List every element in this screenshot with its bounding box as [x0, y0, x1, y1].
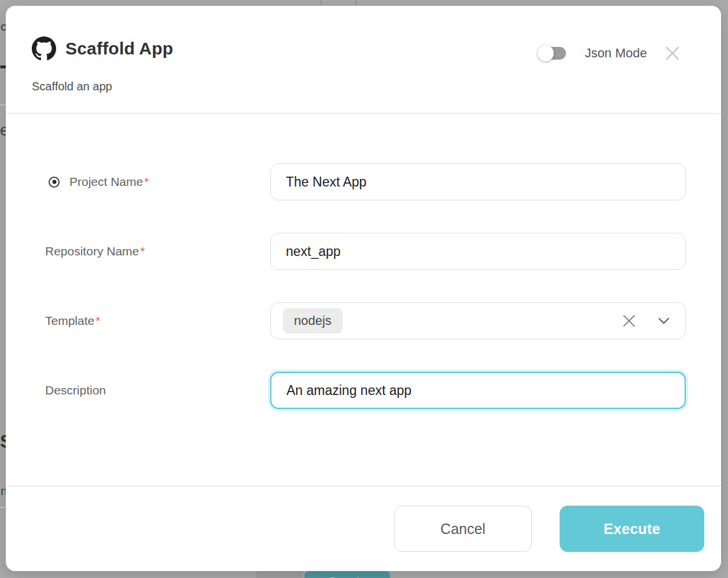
- dialog-subtitle: Scaffold an app: [32, 80, 696, 93]
- json-mode-label: Json Mode: [584, 46, 647, 61]
- required-asterisk: *: [95, 314, 100, 328]
- form-row-repository-name: Repository Name *: [45, 233, 686, 270]
- github-icon: [32, 36, 56, 61]
- json-mode-toggle[interactable]: [539, 47, 566, 60]
- repository-name-input[interactable]: [270, 233, 686, 270]
- description-input-col: [270, 372, 686, 409]
- dialog-title: Scaffold App: [65, 39, 173, 58]
- close-icon[interactable]: [662, 43, 683, 64]
- backdrop-table-line: [355, 0, 356, 6]
- scaffold-app-dialog: Scaffold App Scaffold an app Json Mode P…: [6, 6, 721, 571]
- template-chip: nodejs: [283, 308, 343, 334]
- dialog-header: Scaffold App Scaffold an app Json Mode: [6, 6, 721, 114]
- toggle-knob: [538, 45, 554, 61]
- description-label: Description: [45, 383, 106, 397]
- project-name-label: Project Name: [69, 175, 143, 189]
- header-divider: [6, 113, 721, 114]
- repository-name-label: Repository Name: [45, 244, 139, 258]
- required-asterisk: *: [140, 244, 145, 258]
- description-label-group: Description: [45, 383, 270, 397]
- repository-name-input-col: [270, 233, 686, 270]
- radio-selected-icon[interactable]: [49, 177, 60, 188]
- form-row-project-name: Project Name *: [45, 163, 686, 200]
- project-name-label-group: Project Name *: [45, 175, 270, 189]
- form-row-template: Template * nodejs: [45, 302, 686, 339]
- description-input[interactable]: [270, 372, 686, 409]
- template-label-group: Template *: [45, 314, 270, 328]
- template-select[interactable]: nodejs: [270, 302, 686, 339]
- backdrop-bottom-strip: Create: [0, 571, 728, 578]
- clear-selection-icon[interactable]: [620, 312, 638, 330]
- required-asterisk: *: [144, 175, 149, 189]
- create-button: Create: [304, 571, 390, 578]
- repository-name-label-group: Repository Name *: [45, 244, 270, 258]
- cancel-button[interactable]: Cancel: [394, 506, 532, 552]
- template-label: Template: [45, 314, 94, 328]
- project-name-input-col: [270, 163, 686, 200]
- execute-button[interactable]: Execute: [560, 506, 704, 552]
- template-input-col: nodejs: [270, 302, 686, 339]
- project-name-input[interactable]: [270, 163, 686, 200]
- dialog-footer: Cancel Execute: [6, 485, 721, 571]
- chevron-down-icon[interactable]: [656, 313, 671, 328]
- backdrop-block: [256, 571, 303, 578]
- header-actions: Json Mode: [539, 43, 683, 64]
- dialog-form: Project Name * Repository Name * Templat…: [6, 114, 721, 485]
- backdrop-table-line: [321, 0, 322, 6]
- form-row-description: Description: [45, 372, 686, 409]
